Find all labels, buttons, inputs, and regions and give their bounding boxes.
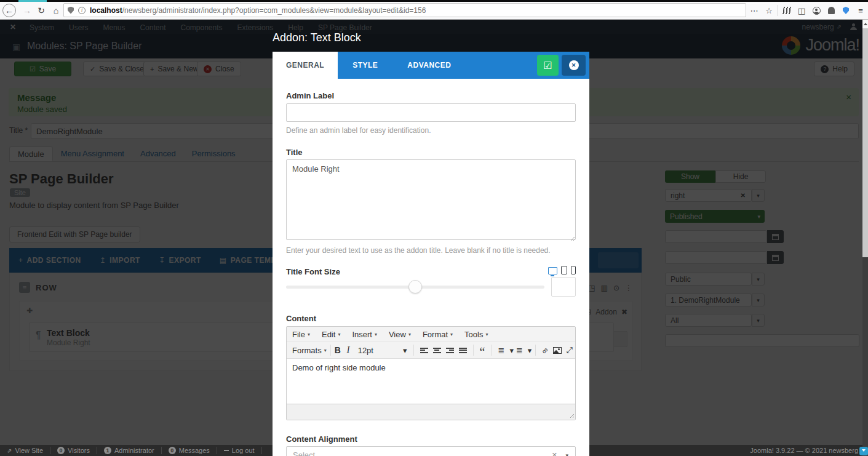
select-placeholder: Select... (293, 450, 322, 456)
messages-count-badge: 0 (169, 447, 176, 454)
tablet-icon[interactable] (561, 266, 567, 274)
apply-button[interactable]: ☑ (537, 55, 559, 76)
modal-close-button[interactable]: ✕ (562, 55, 586, 76)
menu-view[interactable]: View▾ (389, 330, 411, 339)
logout-icon (224, 450, 229, 451)
url-bar[interactable]: i localhost/newsberg/administrator/index… (63, 3, 746, 17)
active-tab-indicator (18, 0, 47, 2)
menu-insert[interactable]: Insert▾ (352, 330, 377, 339)
tracking-shield-icon[interactable] (68, 7, 74, 14)
menu-format[interactable]: Format▾ (423, 330, 453, 339)
admin-label-label: Admin Label (286, 91, 576, 100)
editor-toolbar: Formats▾ B I 12pt▾ “ ≣▾ ≣▾ ∞ (287, 342, 575, 359)
align-center-icon[interactable] (433, 347, 441, 354)
italic-icon[interactable]: I (347, 345, 358, 355)
title-hint: Enter your desired text to use as the ad… (286, 246, 576, 255)
tab-advanced[interactable]: ADVANCED (392, 52, 466, 79)
view-site-icon: ⇗ (7, 447, 12, 454)
bullet-list-icon[interactable]: ≣▾ (495, 346, 513, 355)
administrator-status: 1Administrator (97, 447, 162, 454)
toolbar-separator (778, 5, 778, 16)
library-icon[interactable] (779, 3, 794, 18)
tab-style[interactable]: STYLE (338, 52, 392, 79)
formats-dropdown[interactable]: Formats▾ (292, 346, 327, 355)
phone-icon[interactable] (571, 266, 576, 274)
scroll-up-arrow[interactable] (862, 20, 868, 28)
screen: ← → ↻ ⌂ i localhost/newsberg/administrat… (0, 0, 868, 456)
sidebar-toggle-icon[interactable]: ◫ (794, 3, 809, 18)
image-icon[interactable] (553, 347, 562, 354)
view-site-link[interactable]: ⇗View Site (0, 447, 50, 454)
tinymce-editor: File▾ Edit▾ Insert▾ View▾ Format▾ Tools▾… (286, 326, 576, 420)
protection-shield-icon[interactable] (838, 3, 853, 18)
responsive-device-switcher (548, 266, 576, 274)
align-right-icon[interactable] (446, 347, 454, 354)
blockquote-icon[interactable]: “ (480, 349, 485, 355)
select-clear-icon[interactable]: ✕ (552, 451, 557, 456)
link-icon[interactable]: ∞ (540, 345, 550, 355)
bold-icon[interactable]: B (335, 345, 347, 355)
menu-tools[interactable]: Tools▾ (464, 330, 488, 339)
content-label: Content (286, 314, 576, 323)
content-alignment-label: Content Alignment (286, 434, 576, 444)
editor-menubar: File▾ Edit▾ Insert▾ View▾ Format▾ Tools▾ (287, 327, 575, 342)
menu-edit[interactable]: Edit▾ (322, 330, 340, 339)
modal-tab-bar: GENERAL STYLE ADVANCED ☑ ✕ (273, 52, 589, 79)
home-icon[interactable]: ⌂ (49, 3, 63, 18)
content-alignment-select[interactable]: Select... ✕ ▾ (286, 446, 576, 456)
back-icon[interactable]: ← (2, 4, 16, 17)
account-icon[interactable] (809, 3, 824, 18)
font-size-dropdown[interactable]: 12pt▾ (358, 346, 410, 355)
visitors-status: 0Visitors (50, 447, 97, 454)
forward-icon[interactable]: → (20, 3, 34, 18)
logout-link[interactable]: Log out (217, 447, 262, 454)
menu-file[interactable]: File▾ (292, 330, 310, 339)
window-title-strip (0, 0, 868, 2)
select-caret-icon[interactable]: ▾ (565, 452, 568, 456)
addon-title-textarea[interactable]: Module Right (286, 159, 576, 240)
tab-general[interactable]: GENERAL (273, 52, 338, 79)
align-left-icon[interactable] (420, 347, 428, 354)
numbered-list-icon[interactable]: ≣▾ (514, 346, 532, 355)
hamburger-menu-icon[interactable]: ≡ (853, 3, 868, 18)
font-size-label: Title Font Size (286, 267, 576, 276)
site-info-icon[interactable]: i (78, 7, 86, 14)
editor-resize-grip[interactable] (568, 412, 574, 418)
modal-title: Addon: Text Block (273, 31, 361, 44)
admin-label-hint: Define an admin label for easy identific… (286, 126, 576, 135)
administrator-count-badge: 1 (104, 447, 111, 454)
editor-content-area[interactable]: Demo of right side module (287, 359, 575, 404)
extension-ghost-icon[interactable] (824, 3, 838, 18)
close-circle-icon: ✕ (569, 60, 579, 70)
joomla-version-text: Joomla! 3.9.22 — © 2021 newsberg (750, 447, 858, 454)
page-scrollbar[interactable] (862, 20, 868, 456)
scroll-down-button[interactable] (859, 447, 868, 455)
align-justify-icon[interactable] (459, 347, 467, 354)
scrollbar-thumb[interactable] (862, 28, 868, 257)
slider-handle[interactable] (408, 280, 422, 294)
messages-status[interactable]: 0Messages (162, 447, 217, 454)
font-size-slider[interactable] (286, 286, 544, 289)
font-size-value-input[interactable] (551, 277, 576, 297)
editor-statusbar (287, 404, 575, 420)
visitors-count-badge: 0 (57, 447, 65, 454)
url-text: localhost/newsberg/administrator/index.p… (90, 6, 426, 15)
addon-settings-modal: GENERAL STYLE ADVANCED ☑ ✕ Admin Label D… (273, 52, 589, 456)
page-actions-icon[interactable]: ⋯ (747, 3, 762, 18)
browser-chrome: ← → ↻ ⌂ i localhost/newsberg/administrat… (0, 0, 868, 20)
desktop-icon[interactable] (548, 267, 557, 274)
title-label: Title (286, 148, 576, 157)
fullscreen-icon[interactable]: ⤢ (567, 345, 573, 355)
reload-icon[interactable]: ↻ (34, 3, 49, 18)
bookmark-star-icon[interactable]: ☆ (762, 3, 776, 18)
admin-label-input[interactable] (286, 103, 576, 122)
